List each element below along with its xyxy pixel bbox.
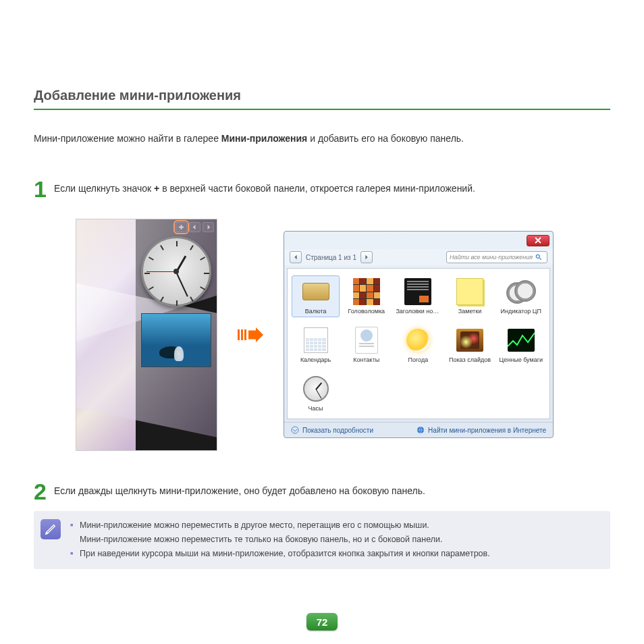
page-title: Добавление мини-приложения [34, 88, 610, 110]
step-text: Если дважды щелкнуть мини-приложение, он… [54, 481, 425, 496]
step-2: 2 Если дважды щелкнуть мини-приложение, … [34, 481, 610, 502]
gadget-label: Календарь [300, 356, 331, 363]
figure-row: Страница 1 из 1 Найти все мини-приложени… [76, 219, 610, 451]
clock-icon [303, 376, 329, 402]
chevron-left-icon [293, 254, 298, 260]
tip-item-continuation: Мини-приложение можно переместить те тол… [70, 533, 490, 546]
gadget-stocks[interactable]: Ценные бумаги [497, 324, 545, 366]
gallery-navbar: Страница 1 из 1 Найти все мини-приложени… [284, 249, 553, 265]
show-details-link[interactable]: Показать подробности [291, 426, 373, 434]
puzzle-icon [353, 278, 380, 305]
step-text: Если щелкнуть значок + в верхней части б… [54, 179, 475, 194]
text: в верхней части боковой панели, откроетс… [159, 183, 475, 194]
tip-item: Мини-приложение можно переместить в друг… [70, 519, 490, 532]
window-titlebar [284, 232, 553, 249]
slideshow-gadget[interactable] [141, 313, 211, 367]
step-number: 2 [34, 481, 54, 502]
gadget-grid: Валюта Головоломка Заголовки нов... Заме… [287, 268, 550, 419]
note-icon [41, 519, 61, 539]
clock-gadget[interactable] [141, 236, 211, 306]
gadget-label: Часы [308, 405, 323, 412]
svg-point-0 [536, 254, 539, 258]
gadget-slideshow[interactable]: Показ слайдов [446, 324, 493, 366]
text-bold: Мини-приложения [221, 133, 307, 144]
page-number-badge: 72 [306, 613, 338, 630]
gadget-label: Показ слайдов [449, 356, 491, 363]
cpu-meter-icon [506, 280, 536, 303]
globe-icon [417, 426, 425, 434]
svg-point-1 [292, 427, 298, 433]
gadget-label: Индикатор ЦП [501, 308, 541, 315]
gadget-news[interactable]: Заголовки нов... [393, 275, 443, 317]
link-label: Найти мини-приложения в Интернете [428, 427, 546, 434]
sidebar-screenshot [76, 219, 217, 451]
gadget-gallery-window: Страница 1 из 1 Найти все мини-приложени… [284, 231, 554, 438]
gadget-calendar[interactable]: Календарь [292, 324, 340, 366]
search-icon [535, 254, 542, 261]
search-placeholder: Найти все мини-приложения [450, 254, 533, 261]
weather-icon [406, 329, 429, 352]
step-1: 1 Если щелкнуть значок + в верхней части… [34, 179, 610, 200]
gadget-label: Валюта [305, 308, 327, 315]
gallery-statusbar: Показать подробности Найти мини-приложен… [284, 422, 553, 437]
desktop-wallpaper [76, 219, 136, 450]
arrow-icon [234, 326, 267, 344]
tip-list: Мини-приложение можно переместить в друг… [70, 519, 490, 561]
gadget-contacts[interactable]: Контакты [342, 324, 390, 366]
chevron-right-icon [364, 254, 369, 260]
gadget-puzzle[interactable]: Головоломка [342, 275, 390, 317]
gadget-label: Заметки [458, 308, 481, 315]
search-input[interactable]: Найти все мини-приложения [446, 251, 547, 263]
stocks-icon [508, 329, 535, 352]
gadget-currency[interactable]: Валюта [292, 275, 340, 317]
close-icon [535, 237, 541, 244]
gadget-label: Ценные бумаги [500, 356, 543, 363]
page-indicator: Страница 1 из 1 [306, 254, 356, 261]
gadget-label: Заголовки нов... [396, 308, 440, 315]
chevron-down-icon [291, 426, 299, 434]
slideshow-icon [456, 329, 483, 352]
close-button[interactable] [527, 235, 549, 246]
currency-icon [302, 283, 329, 300]
step-number: 1 [34, 179, 54, 200]
page-next-button[interactable] [360, 251, 373, 263]
gadget-clock[interactable]: Часы [292, 373, 340, 414]
note-icon [456, 278, 483, 305]
gadget-label: Контакты [353, 356, 379, 363]
text: и добавить его на боковую панель. [307, 133, 464, 144]
tip-item: При наведении курсора мыши на мини-прило… [70, 547, 490, 560]
gadget-weather[interactable]: Погода [393, 324, 443, 366]
intro-text: Мини-приложение можно найти в галерее Ми… [34, 133, 610, 144]
tip-box: Мини-приложение можно переместить в друг… [34, 511, 610, 569]
page-prev-button[interactable] [290, 251, 302, 263]
find-online-link[interactable]: Найти мини-приложения в Интернете [417, 426, 546, 434]
gadget-label: Головоломка [348, 308, 385, 315]
gadget-cpu[interactable]: Индикатор ЦП [497, 275, 545, 317]
text: Если щелкнуть значок [54, 183, 154, 194]
contacts-icon [355, 327, 378, 354]
gadget-label: Погода [408, 356, 429, 363]
gadget-notes[interactable]: Заметки [446, 275, 493, 317]
calendar-icon [304, 327, 328, 353]
news-icon [404, 278, 431, 305]
link-label: Показать подробности [302, 427, 373, 434]
text: Мини-приложение можно найти в галерее [34, 133, 221, 144]
